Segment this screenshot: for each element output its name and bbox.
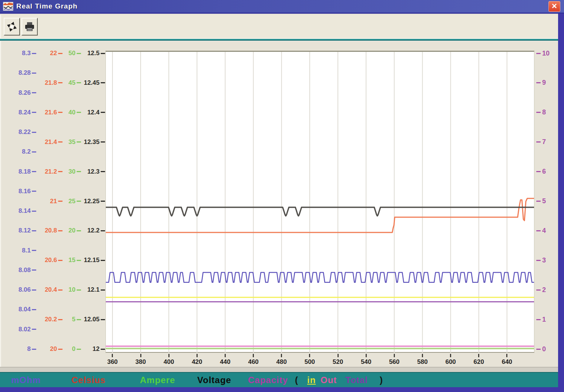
- axis-tick-mohm: 8.2: [2, 148, 36, 155]
- x-tick-label: 500: [299, 358, 321, 366]
- tick-label: 12.25: [84, 198, 100, 205]
- close-button[interactable]: ✕: [548, 1, 560, 12]
- legend-item-in: in: [307, 373, 316, 387]
- tick-mark: [101, 230, 105, 231]
- tick-label: 8.08: [19, 267, 31, 274]
- x-tick-label: 580: [411, 358, 433, 366]
- tick-mark: [536, 53, 541, 54]
- tick-label: 8.1: [22, 247, 31, 254]
- tick-label: 8.28: [19, 69, 31, 77]
- axis-tick-capacity: 10: [536, 50, 550, 57]
- tick-mark: [101, 349, 105, 350]
- tick-mark: [536, 289, 541, 291]
- tick-mark: [536, 260, 541, 261]
- printer-icon: [24, 21, 35, 32]
- tick-mark: [101, 82, 105, 83]
- legend-item-Celsius: Celsius: [71, 373, 105, 387]
- x-tick-mark: [253, 354, 254, 357]
- tick-label: 12.05: [84, 316, 100, 323]
- legend-item-Capacity: Capacity: [248, 373, 288, 387]
- tick-label: 12.3: [87, 168, 100, 175]
- x-tick-mark: [478, 354, 479, 357]
- tick-label: 12: [93, 345, 100, 353]
- axis-tick-mohm: 8.16: [2, 188, 36, 195]
- tick-label: 12.5: [87, 50, 100, 57]
- axis-tick-voltage: 12: [64, 345, 105, 353]
- legend-item-Ampere: Ampere: [140, 373, 175, 387]
- tick-label: 8.14: [19, 207, 31, 215]
- axis-tick-mohm: 8.02: [2, 326, 36, 333]
- legend-item-Total: Total: [345, 373, 368, 387]
- series-mohm: [106, 272, 534, 282]
- tick-mark: [536, 112, 541, 113]
- x-tick-mark: [225, 354, 226, 357]
- axis-tick-capacity: 1: [536, 316, 546, 323]
- tick-label: 12.2: [87, 227, 100, 234]
- tick-label: 8.2: [22, 148, 31, 155]
- tick-mark: [32, 151, 36, 153]
- tick-label: 12.15: [84, 257, 100, 264]
- tick-mark: [536, 349, 541, 350]
- legend-item-Out: Out: [320, 373, 337, 387]
- tick-mark: [32, 329, 36, 330]
- tick-label: 10: [542, 50, 550, 57]
- axis-tick-voltage: 12.25: [64, 198, 105, 205]
- x-tick-mark: [168, 354, 169, 357]
- tick-mark: [101, 289, 105, 291]
- tick-mark: [536, 230, 541, 231]
- tick-mark: [101, 260, 105, 261]
- plot-area: [105, 51, 534, 353]
- tick-mark: [536, 141, 541, 143]
- tick-label: 12.1: [87, 286, 100, 294]
- tick-label: 3: [542, 257, 546, 264]
- axis-tick-voltage: 12.45: [64, 79, 105, 87]
- tick-mark: [32, 250, 36, 251]
- axis-tick-voltage: 12.15: [64, 257, 105, 264]
- x-tick-mark: [366, 354, 367, 357]
- window-border-bottom: [0, 387, 564, 392]
- tick-label: 1: [542, 316, 546, 324]
- legend-item-: (: [295, 373, 298, 387]
- tick-label: 8.26: [19, 89, 31, 97]
- x-tick-label: 460: [242, 358, 265, 366]
- axis-tick-capacity: 3: [536, 257, 546, 264]
- x-tick-mark: [197, 354, 198, 357]
- tick-mark: [32, 191, 36, 192]
- tick-label: 7: [542, 138, 546, 146]
- x-tick-label: 620: [468, 358, 490, 366]
- x-tick-label: 520: [327, 358, 349, 366]
- x-tick-mark: [394, 354, 395, 357]
- axis-tick-mohm: 8.14: [2, 207, 36, 215]
- tick-mark: [101, 201, 105, 202]
- axis-tick-mohm: 8.28: [2, 69, 36, 77]
- status-strip: [0, 367, 558, 372]
- axis-tick-capacity: 6: [536, 168, 546, 175]
- chart-canvas: [106, 52, 534, 353]
- axis-tick-voltage: 12.3: [64, 168, 105, 175]
- tick-mark: [32, 269, 36, 271]
- tick-mark: [101, 112, 105, 113]
- pan-button[interactable]: [4, 18, 20, 36]
- real-time-graph-window: Real Time Graph ✕: [0, 0, 564, 392]
- series-celsius: [106, 198, 534, 232]
- x-tick-mark: [281, 354, 282, 357]
- x-tick-label: 420: [186, 358, 208, 366]
- tick-mark: [32, 211, 36, 212]
- tick-label: 5: [542, 197, 546, 205]
- tick-label: 12.45: [84, 79, 100, 87]
- tick-label: 8: [542, 108, 546, 116]
- axis-tick-capacity: 0: [536, 345, 546, 353]
- print-button[interactable]: [21, 18, 38, 36]
- axis-tick-capacity: 7: [536, 138, 546, 146]
- axis-tick-mohm: 8.22: [2, 128, 36, 136]
- tick-mark: [536, 171, 541, 172]
- tick-label: 8.22: [19, 128, 31, 136]
- x-tick-mark: [506, 354, 507, 357]
- axis-tick-voltage: 12.35: [64, 138, 105, 146]
- tick-mark: [32, 92, 36, 93]
- tick-label: 2: [542, 286, 546, 294]
- legend-item-mOhm: mOhm: [11, 373, 41, 387]
- tick-mark: [101, 141, 105, 143]
- axis-tick-mohm: 8.04: [2, 306, 36, 313]
- axis-tick-capacity: 5: [536, 198, 546, 205]
